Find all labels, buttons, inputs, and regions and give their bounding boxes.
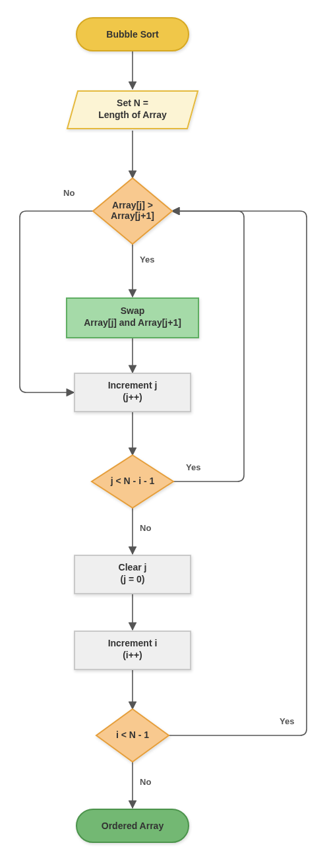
flowchart: Bubble Sort Set N = Length of Array Arra… — [0, 0, 331, 868]
node-innercond: j < N - i - 1 — [92, 455, 173, 508]
node-clearj-line1: Clear j — [119, 562, 147, 573]
label-inner-no: No — [140, 523, 151, 533]
node-outercond-line1: i < N - 1 — [116, 729, 149, 740]
node-end: Ordered Array — [76, 809, 189, 842]
node-outercond: i < N - 1 — [96, 709, 169, 762]
label-inner-yes: Yes — [186, 462, 200, 472]
label-compare-yes: Yes — [140, 255, 154, 264]
edges — [20, 51, 307, 808]
node-swap-line2: Array[j] and Array[j+1] — [84, 317, 181, 328]
node-clearj-line2: (j = 0) — [121, 574, 145, 584]
node-inci-line1: Increment i — [108, 638, 158, 648]
node-innercond-line1: j < N - i - 1 — [110, 476, 155, 486]
node-incj: Increment j (j++) — [75, 373, 191, 412]
node-setn: Set N = Length of Array — [67, 91, 198, 129]
node-inci-line2: (i++) — [123, 650, 142, 660]
label-compare-no: No — [63, 188, 75, 198]
node-inci: Increment i (i++) — [75, 631, 191, 669]
node-clearj: Clear j (j = 0) — [75, 555, 191, 594]
label-outer-yes: Yes — [280, 716, 294, 726]
node-compare-line2: Array[j+1] — [111, 210, 154, 221]
node-incj-line2: (j++) — [123, 392, 142, 402]
label-outer-no: No — [140, 777, 151, 787]
node-compare: Array[j] > Array[j+1] — [93, 178, 172, 244]
node-incj-line1: Increment j — [108, 380, 158, 390]
node-compare-line1: Array[j] > — [112, 200, 153, 210]
node-setn-line1: Set N = — [117, 98, 148, 108]
node-swap: Swap Array[j] and Array[j+1] — [67, 298, 198, 338]
node-start: Bubble Sort — [76, 18, 189, 51]
node-start-label: Bubble Sort — [106, 29, 159, 40]
edge-inner-yes — [172, 211, 244, 481]
node-end-label: Ordered Array — [102, 821, 164, 831]
node-swap-line1: Swap — [121, 305, 145, 316]
node-setn-line2: Length of Array — [98, 109, 167, 120]
